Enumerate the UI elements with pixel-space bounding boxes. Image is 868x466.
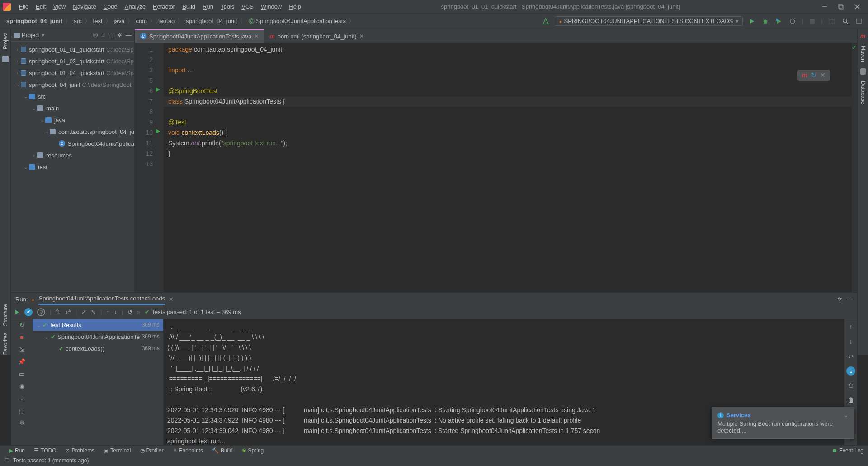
dump-icon[interactable]: ▭ [19,371,24,377]
minimize-button[interactable] [816,0,833,13]
prev-test-icon[interactable]: ↑ [107,309,110,315]
menu-build[interactable]: Build [179,3,199,10]
bottom-problems-button[interactable]: ⊘Problems [61,447,99,454]
tree-row[interactable]: CSpringboot04JunitApplica [11,138,134,149]
menu-file[interactable]: File [15,3,32,10]
test-tree-row[interactable]: ✔contextLoads()369 ms [33,342,163,354]
tree-row[interactable]: ⌄test [11,161,134,173]
scroll-to-end-icon[interactable]: ⤓ [846,366,855,376]
scroll-up-icon[interactable]: ↑ [849,322,853,332]
run-button[interactable] [747,17,756,26]
test-results-tree[interactable]: ⌄✔Test Results369 ms⌄✔Springboot04JunitA… [33,319,164,455]
expand-all-icon[interactable]: ⤢ [81,309,86,315]
scroll-down-icon[interactable]: ↓ [849,337,853,347]
toggle-passed-button[interactable]: ✔ [24,308,33,316]
project-files-icon[interactable] [2,56,9,62]
close-button[interactable] [849,0,865,13]
tree-row[interactable]: ›resources [11,149,134,161]
breadcrumb-item[interactable]: com [134,18,149,24]
editor-tab[interactable]: CSpringboot04JunitApplicationTests.java✕ [135,29,264,43]
expand-all-icon[interactable]: ≡ [101,32,105,39]
editor-tab[interactable]: mpom.xml (springboot_04_junit)✕ [264,29,369,43]
run-config-tab[interactable]: Springboot04JunitApplicationTests.contex… [38,295,165,305]
structure-tool-button[interactable]: Structure [2,304,9,326]
soft-wrap-icon[interactable]: ↩ [848,352,854,362]
tree-row[interactable]: ›springboot_01_03_quickstartC:\idea\Sp [11,55,134,67]
notification-popup[interactable]: i Services ⌄ Multiple Spring Boot run co… [712,407,854,439]
bottom-run-button[interactable]: ▶Run [5,447,29,454]
tree-row[interactable]: ⌄main [11,102,134,114]
bottom-build-button[interactable]: 🔨Build [208,447,237,454]
maximize-button[interactable] [833,0,849,13]
camera-icon[interactable]: ◉ [19,383,24,390]
collapse-all-icon[interactable]: ≣ [108,32,113,39]
menu-analyze[interactable]: Analyze [121,3,149,10]
bottom-terminal-button[interactable]: ▣Terminal [99,447,135,454]
hide-icon[interactable]: — [847,296,853,303]
menu-view[interactable]: View [49,3,69,10]
tree-row[interactable]: ›springboot_01_01_quickstartC:\idea\Sp [11,43,134,55]
run-settings-icon[interactable]: ✲ [837,296,842,303]
pin-icon[interactable]: 📌 [18,358,25,365]
test-history-icon[interactable]: ↺ [127,309,132,315]
project-tool-button[interactable]: Project [2,33,9,49]
print-icon[interactable]: ⎙ [849,380,853,390]
sort-alpha-icon[interactable]: ↓ᴬ [65,309,71,315]
close-icon[interactable]: ✕ [820,71,826,79]
breadcrumb[interactable]: springboot_04_junit〉src〉test〉java〉com〉ta… [0,17,541,25]
menu-help[interactable]: Help [285,3,305,10]
close-tab-icon[interactable]: ✕ [359,33,364,39]
rerun-icon[interactable]: ↻ [19,322,24,328]
database-icon[interactable] [860,68,866,75]
chevron-down-icon[interactable]: ⌄ [844,412,849,418]
sort-icon[interactable]: ⇅ [56,309,61,315]
status-icon[interactable]: ☐ [5,457,9,464]
close-tab-icon[interactable]: ✕ [254,33,259,39]
stop-button[interactable] [808,17,817,26]
clear-icon[interactable]: 🗑 [848,395,854,405]
profile-button[interactable] [788,17,797,26]
menu-code[interactable]: Code [100,3,121,10]
project-view-dropdown[interactable]: Project ▾ [14,32,45,38]
layout-icon[interactable]: ⇲ [19,346,24,353]
menu-vcs[interactable]: VCS [238,3,257,10]
import-icon[interactable]: ⬚ [19,407,24,414]
favorites-tool-button[interactable]: Favorites [2,333,9,355]
settings-icon[interactable]: ✲ [117,32,122,39]
event-log-button[interactable]: Event Log [839,447,863,454]
close-tab-icon[interactable]: ✕ [169,296,174,303]
menu-edit[interactable]: Edit [32,3,49,10]
breadcrumb-item[interactable]: src [72,18,83,24]
breadcrumb-item[interactable]: Ⓒ Springboot04JunitApplicationTests [247,17,348,25]
bottom-spring-button[interactable]: ❀Spring [237,447,269,454]
rerun-button[interactable] [14,309,20,315]
menu-refactor[interactable]: Refactor [149,3,179,10]
test-tree-row[interactable]: ⌄✔Test Results369 ms [33,319,163,331]
menu-run[interactable]: Run [199,3,217,10]
debug-button[interactable] [761,17,770,26]
tree-row[interactable]: ›springboot_01_04_quickstartC:\idea\Sp [11,67,134,79]
tree-row[interactable]: ⌄com.taotao.springboot_04_ju [11,126,134,138]
search-icon[interactable] [841,17,850,26]
breadcrumb-item[interactable]: java [112,18,127,24]
bottom-endpoints-button[interactable]: ⋔Endpoints [168,447,208,454]
bottom-profiler-button[interactable]: ◔Profiler [136,447,168,454]
tree-row[interactable]: ⌄java [11,114,134,126]
stop-icon[interactable]: ■ [20,334,24,341]
breadcrumb-item[interactable]: taotao [156,18,176,24]
inlay-hint-popup[interactable]: m↻✕ [797,70,830,81]
database-tool-button[interactable]: Database [860,81,866,104]
export-icon[interactable]: ⤓ [19,395,24,402]
bottom-todo-button[interactable]: ☰TODO [29,447,61,454]
toggle-ignored-button[interactable]: ⊘ [37,308,45,316]
coverage-button[interactable] [774,17,783,26]
maven-tool-button[interactable]: Maven [860,46,866,62]
menu-navigate[interactable]: Navigate [69,3,99,10]
select-opened-file-icon[interactable]: ⦾ [93,32,98,39]
test-tree-row[interactable]: ⌄✔Springboot04JunitApplicationTe369 ms [33,331,163,342]
breadcrumb-item[interactable]: test [91,18,104,24]
more-icon[interactable]: ✲ [19,419,24,426]
maven-icon[interactable]: m [860,33,866,39]
run-configuration-dropdown[interactable]: ⬥ SPRINGBOOT04JUNITAPPLICATIONTESTS.CONT… [555,16,743,26]
tree-row[interactable]: ⌄springboot_04_junitC:\idea\SpringBoot [11,79,134,90]
